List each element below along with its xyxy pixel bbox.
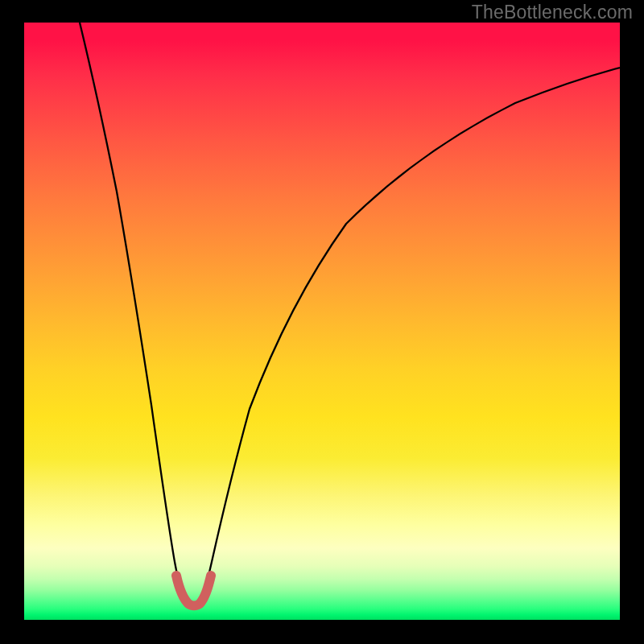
curve-layer — [24, 23, 620, 620]
bottom-marker — [176, 576, 211, 605]
chart-frame: TheBottleneck.com — [0, 0, 644, 644]
curve-left — [80, 23, 179, 583]
watermark-text: TheBottleneck.com — [472, 2, 633, 23]
curve-right — [207, 68, 620, 583]
plot-area — [24, 23, 620, 620]
